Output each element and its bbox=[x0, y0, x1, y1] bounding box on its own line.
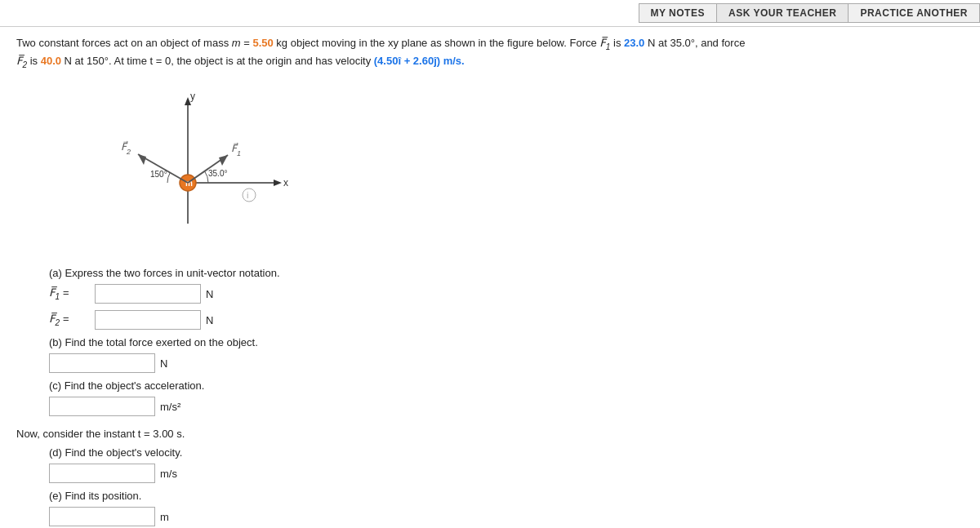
main-content: Two constant forces act on an object of … bbox=[0, 27, 980, 528]
f1-input-row: F̅1 = N bbox=[49, 284, 964, 304]
mass-unit-text: kg object moving in the xy plane as show… bbox=[274, 37, 600, 49]
f2-is-text: is bbox=[27, 55, 41, 67]
ask-teacher-button[interactable]: ASK YOUR TEACHER bbox=[717, 3, 849, 23]
b-input-row: N bbox=[49, 353, 964, 373]
f1-answer-input[interactable] bbox=[95, 284, 201, 304]
part-d-outer-section: Now, consider the instant t = 3.00 s. (d… bbox=[16, 428, 964, 483]
b-unit: N bbox=[160, 357, 167, 370]
svg-marker-4 bbox=[274, 180, 282, 186]
c-input-row: m/s² bbox=[49, 397, 964, 416]
e-answer-input[interactable] bbox=[49, 507, 155, 526]
part-c-label: (c) Find the object's acceleration. bbox=[49, 379, 964, 392]
svg-text:F⃗2: F⃗2 bbox=[121, 140, 131, 156]
mass-value: 5.50 bbox=[252, 37, 273, 49]
time-note-text: . At time t = 0, the object is at the or… bbox=[109, 55, 374, 67]
svg-text:i: i bbox=[247, 190, 248, 200]
my-notes-button[interactable]: MY NOTES bbox=[639, 3, 717, 23]
e-input-row: m bbox=[49, 507, 964, 526]
e-unit: m bbox=[160, 511, 169, 523]
part-e-label: (e) Find its position. bbox=[49, 490, 964, 502]
f2-input-row: F̅2 = N bbox=[49, 310, 964, 330]
part-c-section: (c) Find the object's acceleration. m/s² bbox=[49, 379, 964, 416]
top-bar: MY NOTES ASK YOUR TEACHER PRACTICE ANOTH… bbox=[0, 0, 980, 27]
svg-marker-12 bbox=[138, 154, 146, 165]
d-answer-input[interactable] bbox=[49, 464, 155, 483]
intro-text: Two constant forces act on an object of … bbox=[16, 37, 232, 49]
d-input-row: m/s bbox=[49, 464, 964, 483]
f2-value: 40.0 bbox=[41, 55, 61, 67]
f2-answer-input[interactable] bbox=[95, 310, 201, 330]
practice-another-button[interactable]: PRACTICE ANOTHER bbox=[849, 3, 980, 23]
part-b-section: (b) Find the total force exerted on the … bbox=[49, 336, 964, 373]
f1-eq-label: F̅1 = bbox=[49, 286, 90, 301]
part-a-label: (a) Express the two forces in unit-vecto… bbox=[49, 267, 964, 279]
f1-angle-text: N at 35.0° bbox=[644, 37, 695, 49]
svg-text:x: x bbox=[283, 177, 288, 189]
f2-label-text: F̅2 bbox=[16, 55, 27, 67]
f1-unit: N bbox=[206, 288, 213, 300]
d-intro-text: Now, consider the instant t = 3.00 s. bbox=[16, 428, 964, 440]
mass-var: m bbox=[232, 37, 241, 49]
f2-unit: N bbox=[206, 314, 213, 326]
part-d-label: (d) Find the object's velocity. bbox=[49, 446, 964, 459]
part-a-section: (a) Express the two forces in unit-vecto… bbox=[49, 267, 964, 330]
b-answer-input[interactable] bbox=[49, 353, 155, 373]
c-unit: m/s² bbox=[160, 401, 180, 413]
force-connector: , and force bbox=[695, 37, 745, 49]
part-e-section: (e) Find its position. m bbox=[49, 490, 964, 526]
f1-is-text: is bbox=[610, 37, 624, 49]
svg-text:F⃗1: F⃗1 bbox=[231, 142, 241, 158]
f2-eq-label: F̅2 = bbox=[49, 313, 90, 327]
velocity-text: (4.50î + 2.60ĵ) m/s. bbox=[374, 55, 465, 67]
svg-text:y: y bbox=[190, 91, 195, 102]
svg-marker-9 bbox=[219, 155, 228, 166]
f1-label-text: F̅1 bbox=[599, 37, 610, 49]
part-d-section: (d) Find the object's velocity. m/s bbox=[49, 446, 964, 483]
problem-text: Two constant forces act on an object of … bbox=[16, 35, 751, 70]
f1-value: 23.0 bbox=[624, 37, 644, 49]
c-answer-input[interactable] bbox=[49, 397, 155, 416]
equals: = bbox=[241, 37, 253, 49]
svg-text:35.0°: 35.0° bbox=[208, 169, 227, 178]
diagram-area: y x m F⃗1 F⃗2 35.0° 150° bbox=[82, 85, 294, 248]
part-b-label: (b) Find the total force exerted on the … bbox=[49, 336, 964, 348]
svg-point-16 bbox=[243, 189, 256, 202]
f2-angle-text: N at 150° bbox=[61, 55, 109, 67]
d-unit: m/s bbox=[160, 468, 177, 480]
svg-text:150°: 150° bbox=[150, 170, 167, 179]
force-diagram: y x m F⃗1 F⃗2 35.0° 150° bbox=[82, 85, 294, 248]
